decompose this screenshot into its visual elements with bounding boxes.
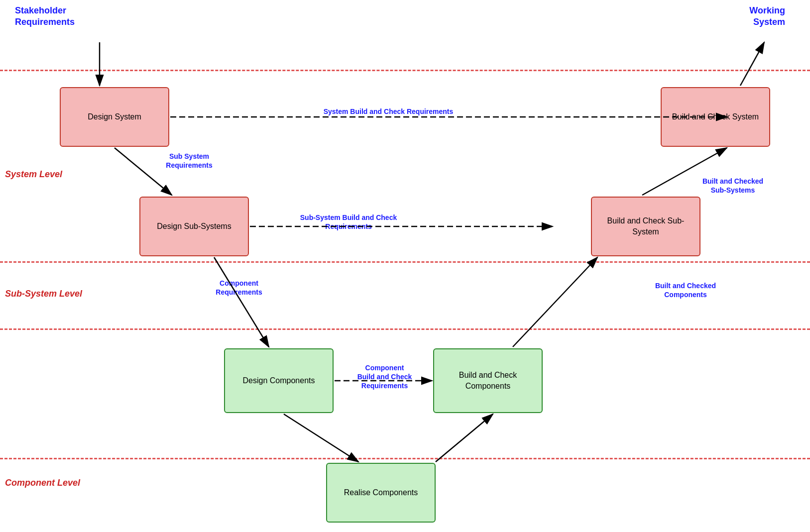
svg-line-12 bbox=[436, 414, 493, 462]
build-check-system-box: Build and Check System bbox=[661, 87, 770, 147]
component-req-label: ComponentRequirements bbox=[199, 279, 279, 297]
system-build-check-req-label: System Build and Check Requirements bbox=[184, 107, 592, 116]
stakeholder-requirements-label: StakeholderRequirements bbox=[15, 5, 75, 28]
svg-line-11 bbox=[284, 414, 358, 462]
dashed-line-top bbox=[0, 70, 810, 71]
dashed-line-middle bbox=[0, 261, 810, 263]
diagram-container: System Level Sub-System Level Component … bbox=[0, 0, 810, 532]
build-check-components-box: Build and Check Components bbox=[433, 348, 543, 413]
arrows-svg bbox=[0, 0, 810, 532]
dashed-line-bottom bbox=[0, 328, 810, 330]
built-checked-components-label: Built and CheckedComponents bbox=[636, 281, 735, 299]
built-checked-subsystems-label: Built and CheckedSub-Systems bbox=[683, 177, 783, 195]
sub-system-req-label: Sub SystemRequirements bbox=[144, 152, 234, 170]
component-level-label: Component Level bbox=[5, 478, 80, 488]
design-subsystems-box: Design Sub-Systems bbox=[139, 197, 249, 256]
dashed-line-lowest bbox=[0, 458, 810, 459]
component-build-check-req-label: ComponentBuild and CheckRequirements bbox=[341, 363, 428, 391]
build-check-subsystem-box: Build and Check Sub-System bbox=[591, 197, 700, 256]
svg-line-9 bbox=[513, 257, 597, 347]
svg-line-3 bbox=[740, 42, 764, 86]
subsystem-build-check-req-label: Sub-System Build and CheckRequirements bbox=[269, 213, 428, 231]
design-system-box: Design System bbox=[60, 87, 169, 147]
working-system-label: WorkingSystem bbox=[749, 5, 785, 28]
realise-components-box: Realise Components bbox=[326, 463, 436, 523]
svg-line-8 bbox=[214, 257, 269, 347]
design-components-box: Design Components bbox=[224, 348, 334, 413]
subsystem-level-label: Sub-System Level bbox=[5, 289, 82, 299]
system-level-label: System Level bbox=[5, 169, 62, 180]
